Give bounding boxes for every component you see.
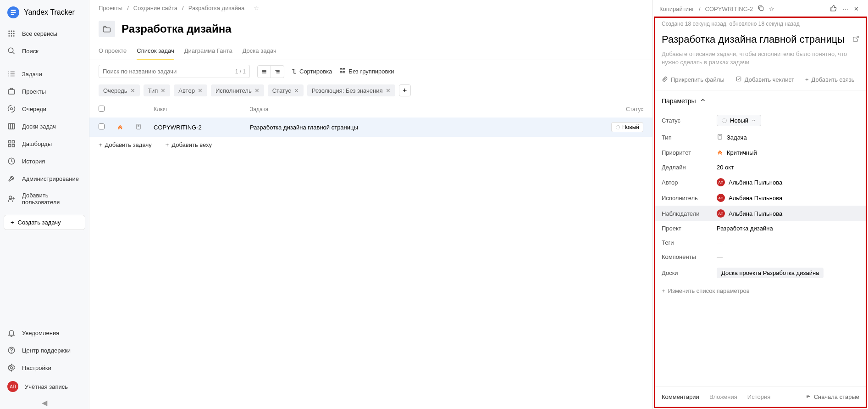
tab-gantt[interactable]: Диаграмма Ганта <box>184 44 232 60</box>
sidebar-item-services[interactable]: Все сервисы <box>0 25 89 42</box>
param-project[interactable]: Проект Разработка дизайна <box>655 221 866 235</box>
col-status-header[interactable]: Статус <box>607 106 643 112</box>
svg-point-46 <box>616 125 619 129</box>
col-task-header[interactable]: Задача <box>250 106 607 112</box>
row-checkbox[interactable] <box>99 123 105 129</box>
tab-about[interactable]: О проекте <box>99 44 127 60</box>
breadcrumb-l3[interactable]: Разработка дизайна <box>188 5 245 11</box>
collapse-sidebar[interactable]: ◀ <box>0 397 89 409</box>
add-link-button[interactable]: +Добавить связь <box>805 76 855 84</box>
tab-attachments[interactable]: Вложения <box>709 393 737 400</box>
sidebar-item-boards[interactable]: Доски задач <box>0 118 89 135</box>
sidebar-item-projects[interactable]: Проекты <box>0 83 89 100</box>
sidebar-item-search[interactable]: Поиск <box>0 42 89 60</box>
status-selector[interactable]: Новый <box>717 115 761 126</box>
sidebar-item-history[interactable]: История <box>0 152 89 170</box>
select-all-checkbox[interactable] <box>99 106 105 112</box>
star-icon[interactable]: ☆ <box>254 5 259 11</box>
filter-assignee[interactable]: Исполнитель✕ <box>211 84 264 96</box>
sidebar-item-account[interactable]: АП Учётная запись <box>0 376 89 397</box>
add-milestone-link[interactable]: +Добавить веху <box>166 141 212 148</box>
panel-bc2[interactable]: COPYWRITING-2 <box>705 6 753 12</box>
add-filter-button[interactable]: + <box>399 84 411 96</box>
search-box[interactable]: 1 / 1 <box>99 65 250 78</box>
param-deadline[interactable]: Дедлайн 20 окт <box>655 160 866 174</box>
tab-board[interactable]: Доска задач <box>243 44 276 60</box>
panel-bc1[interactable]: Копирайтинг <box>659 6 694 12</box>
close-icon[interactable]: ✕ <box>386 87 391 94</box>
panel-title[interactable]: Разработка дизайна главной страницы <box>662 34 848 45</box>
filter-type[interactable]: Тип✕ <box>144 84 171 96</box>
change-params-button[interactable]: + Изменить список параметров <box>655 282 866 303</box>
sort-button[interactable]: ⇅ Сортировка <box>292 68 332 75</box>
param-author[interactable]: Автор АПАльбина Пыльнова <box>655 174 866 190</box>
breadcrumb-l2[interactable]: Создание сайта <box>133 5 177 11</box>
sort-toggle[interactable]: Сначала старые <box>806 393 859 400</box>
sidebar-item-tasks[interactable]: Задачи <box>0 65 89 83</box>
svg-point-3 <box>8 33 10 34</box>
sidebar-label: Уведомления <box>22 330 59 336</box>
sidebar: Yandex Tracker Все сервисы Поиск Задачи … <box>0 0 89 409</box>
sidebar-item-notifications[interactable]: Уведомления <box>0 324 89 342</box>
sidebar-item-settings[interactable]: Настройки <box>0 359 89 376</box>
add-checklist-button[interactable]: Добавить чеклист <box>735 76 794 84</box>
table-row[interactable]: COPYWRITING-2 Разработка дизайна главной… <box>89 118 652 137</box>
group-button[interactable]: Без группировки <box>339 67 394 75</box>
tab-comments[interactable]: Комментарии <box>662 393 699 400</box>
sidebar-item-support[interactable]: Центр поддержки <box>0 342 89 359</box>
tab-history[interactable]: История <box>747 393 770 400</box>
tab-task-list[interactable]: Список задач <box>137 44 174 60</box>
toolbar: 1 / 1 ⇅ Сортировка Без группировки <box>89 60 652 83</box>
param-tags[interactable]: Теги — <box>655 235 866 250</box>
param-priority[interactable]: Приоритет Критичный <box>655 145 866 160</box>
filter-status[interactable]: Статус✕ <box>268 84 304 96</box>
close-icon[interactable]: ✕ <box>198 87 203 94</box>
brand-header[interactable]: Yandex Tracker <box>0 0 89 25</box>
panel-description[interactable]: Добавьте описание задачи, чтобы исполнит… <box>655 50 866 73</box>
close-icon[interactable]: ✕ <box>254 87 260 94</box>
view-tree-button[interactable] <box>271 65 284 78</box>
view-list-button[interactable] <box>257 65 271 78</box>
close-icon[interactable]: ✕ <box>854 6 859 12</box>
task-type-icon <box>135 124 142 131</box>
attach-files-button[interactable]: Прикрепить файлы <box>662 76 724 84</box>
user-plus-icon <box>7 195 16 203</box>
params-header[interactable]: Параметры <box>655 90 866 111</box>
clock-icon <box>7 157 16 165</box>
sidebar-item-queues[interactable]: Очереди <box>0 100 89 118</box>
svg-rect-41 <box>340 72 342 73</box>
more-icon[interactable]: ⋯ <box>842 6 848 12</box>
search-count: 1 / 1 <box>235 68 246 75</box>
plus-icon: + <box>662 287 665 294</box>
close-icon[interactable]: ✕ <box>160 87 166 94</box>
filter-resolution[interactable]: Резолюция: Без значения✕ <box>307 84 395 96</box>
sidebar-item-dashboards[interactable]: Дашборды <box>0 135 89 152</box>
thumbs-up-icon[interactable] <box>830 5 837 13</box>
sidebar-item-admin[interactable]: Администрирование <box>0 170 89 187</box>
param-watchers[interactable]: Наблюдатели АПАльбина Пыльнова <box>655 206 866 221</box>
search-icon <box>7 47 16 55</box>
add-task-link[interactable]: +Добавить задачу <box>99 141 152 148</box>
param-type[interactable]: Тип Задача <box>655 130 866 145</box>
param-boards[interactable]: Доски Доска проекта Разработка дизайна <box>655 264 866 282</box>
panel-actions: Прикрепить файлы Добавить чеклист +Добав… <box>655 73 866 90</box>
param-status: Статус Новый <box>655 111 866 130</box>
breadcrumb-l1[interactable]: Проекты <box>99 5 122 11</box>
col-key-header[interactable]: Ключ <box>154 106 250 112</box>
sidebar-item-add-user[interactable]: Добавить пользователя <box>0 187 89 210</box>
copy-icon[interactable] <box>757 5 764 13</box>
filter-queue[interactable]: Очередь✕ <box>99 84 140 96</box>
user-avatar: АП <box>717 194 725 202</box>
search-input[interactable] <box>103 68 235 75</box>
external-link-icon[interactable] <box>852 35 859 44</box>
close-icon[interactable]: ✕ <box>130 87 135 94</box>
star-icon[interactable]: ☆ <box>769 6 774 12</box>
filter-author[interactable]: Автор✕ <box>174 84 207 96</box>
svg-rect-39 <box>340 68 342 70</box>
create-task-button[interactable]: + Создать задачу <box>4 215 85 230</box>
close-icon[interactable]: ✕ <box>294 87 299 94</box>
param-components[interactable]: Компоненты — <box>655 250 866 264</box>
param-assignee[interactable]: Исполнитель АПАльбина Пыльнова <box>655 190 866 206</box>
svg-point-6 <box>8 35 10 37</box>
board-chip[interactable]: Доска проекта Разработка дизайна <box>717 268 824 278</box>
